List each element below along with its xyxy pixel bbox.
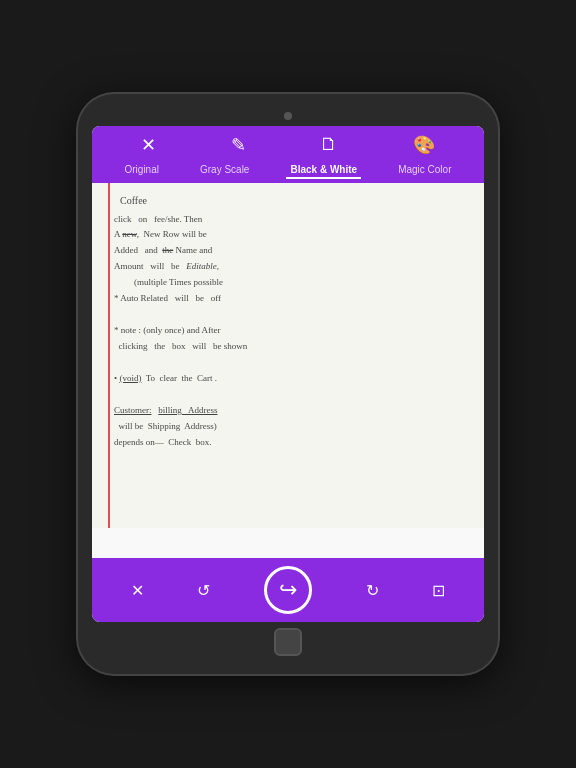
margin-line (108, 183, 110, 528)
rotate-right-icon[interactable]: ↻ (366, 581, 379, 600)
filter-original[interactable]: Original (121, 162, 163, 179)
share-button[interactable]: ↪ (264, 566, 312, 614)
handwriting-text: Coffee click on fee/she. Then A new, New… (114, 193, 470, 450)
home-button[interactable] (274, 628, 302, 656)
camera-dot (284, 112, 292, 120)
rotate-left-icon[interactable]: ↺ (197, 581, 210, 600)
tablet-device: ✕ ✎ 🗋 🎨 Original Gray Scale Black & Whit… (78, 94, 498, 674)
filter-tabs: Original Gray Scale Black & White Magic … (104, 162, 472, 183)
blank-strip (92, 528, 484, 558)
filter-grayscale[interactable]: Gray Scale (196, 162, 253, 179)
edit-icon[interactable]: ✎ (231, 134, 246, 156)
crop-icon[interactable]: ⊡ (432, 581, 445, 600)
share-icon: ↪ (279, 577, 297, 603)
filter-magiccolor[interactable]: Magic Color (394, 162, 455, 179)
close-icon[interactable]: ✕ (141, 134, 156, 156)
filter-blackwhite[interactable]: Black & White (286, 162, 361, 179)
document-area: Coffee click on fee/she. Then A new, New… (92, 183, 484, 528)
document-icon[interactable]: 🗋 (320, 134, 338, 156)
tablet-screen: ✕ ✎ 🗋 🎨 Original Gray Scale Black & Whit… (92, 126, 484, 622)
color-icon[interactable]: 🎨 (413, 134, 435, 156)
bottom-toolbar: ✕ ↺ ↪ ↻ ⊡ (92, 558, 484, 622)
top-toolbar: ✕ ✎ 🗋 🎨 Original Gray Scale Black & Whit… (92, 126, 484, 183)
cancel-icon[interactable]: ✕ (131, 581, 144, 600)
document-paper: Coffee click on fee/she. Then A new, New… (92, 183, 484, 528)
toolbar-icons-row: ✕ ✎ 🗋 🎨 (104, 134, 472, 162)
